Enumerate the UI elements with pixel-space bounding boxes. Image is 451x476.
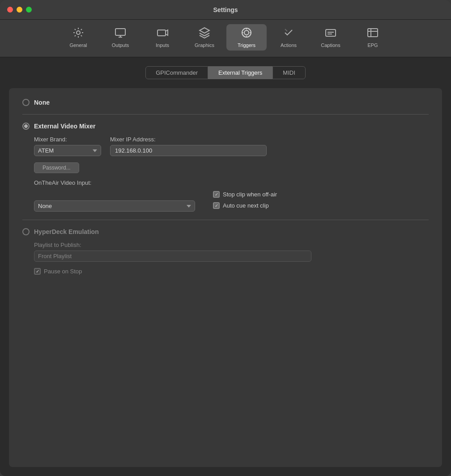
none-label: None xyxy=(34,99,50,106)
actions-label: Actions xyxy=(281,42,297,48)
svg-point-0 xyxy=(77,31,80,34)
pause-on-stop-checkbox[interactable] xyxy=(34,268,41,275)
svg-rect-8 xyxy=(368,29,378,37)
pause-on-stop-row: Pause on Stop xyxy=(34,268,429,275)
camera-icon xyxy=(157,27,168,40)
close-button[interactable] xyxy=(7,7,13,13)
layers-icon xyxy=(199,27,210,40)
playlist-select[interactable]: Front Playlist xyxy=(34,251,311,262)
content-area: GPICommander External Triggers MIDI None… xyxy=(0,57,451,476)
minimize-button[interactable] xyxy=(17,7,22,13)
playlist-label: Playlist to Publish: xyxy=(34,242,429,248)
ontheair-row: OnTheAir Video Input: None Stop clip xyxy=(34,179,429,212)
triggers-label: Triggers xyxy=(238,42,255,48)
tab-gpicommander[interactable]: GPICommander xyxy=(145,66,208,79)
tab-midi[interactable]: MIDI xyxy=(272,66,305,79)
ontheair-select[interactable]: None xyxy=(34,200,195,212)
tab-bar: GPICommander External Triggers MIDI xyxy=(9,66,442,79)
tab-outputs[interactable]: Outputs xyxy=(100,24,140,51)
brand-ip-row: Mixer Brand: ATEM Mixer IP Address: xyxy=(34,136,429,156)
none-option-row: None xyxy=(22,99,429,106)
tab-external-triggers[interactable]: External Triggers xyxy=(208,66,272,79)
tab-general[interactable]: General xyxy=(58,24,98,51)
monitor-icon xyxy=(115,27,126,40)
stop-clip-label: Stop clip when off-air xyxy=(223,191,277,198)
external-mixer-label: External Video Mixer xyxy=(34,123,95,130)
general-label: General xyxy=(69,42,87,48)
mixer-brand-group: Mixer Brand: ATEM xyxy=(34,136,101,156)
stop-clip-row: Stop clip when off-air xyxy=(213,191,277,198)
external-mixer-option-row: External Video Mixer xyxy=(22,123,429,130)
tab-triggers[interactable]: Triggers xyxy=(226,24,267,51)
tab-actions[interactable]: Actions xyxy=(268,24,309,51)
graphics-label: Graphics xyxy=(195,42,214,48)
divider-1 xyxy=(22,114,429,115)
ontheair-select-wrapper: None xyxy=(34,200,195,212)
settings-panel: None External Video Mixer Mixer Brand: A… xyxy=(9,88,442,467)
auto-cue-checkbox[interactable] xyxy=(213,202,220,209)
mixer-ip-group: Mixer IP Address: xyxy=(110,136,267,156)
svg-rect-1 xyxy=(115,29,125,35)
divider-2 xyxy=(22,220,429,220)
auto-cue-row: Auto cue next clip xyxy=(213,202,277,209)
password-button[interactable]: Password... xyxy=(34,162,79,173)
svg-rect-5 xyxy=(326,30,336,36)
traffic-lights xyxy=(7,7,32,13)
svg-point-4 xyxy=(244,30,249,35)
ontheair-inline: None Stop clip when off-air xyxy=(34,188,277,212)
triggers-icon xyxy=(241,27,252,40)
tab-captions[interactable]: Captions xyxy=(311,24,351,51)
settings-window: Settings General Outputs xyxy=(0,0,451,476)
auto-cue-label: Auto cue next clip xyxy=(223,202,269,209)
hyperdeck-radio[interactable] xyxy=(22,228,30,235)
password-row: Password... xyxy=(34,162,429,173)
external-mixer-radio[interactable] xyxy=(22,123,30,130)
tab-graphics[interactable]: Graphics xyxy=(184,24,225,51)
ontheair-label: OnTheAir Video Input: xyxy=(34,179,277,186)
maximize-button[interactable] xyxy=(26,7,32,13)
svg-rect-2 xyxy=(157,30,166,36)
playlist-group: Playlist to Publish: Front Playlist xyxy=(34,242,429,262)
checkboxes-group: Stop clip when off-air Auto cue next cli… xyxy=(213,188,277,212)
mixer-brand-label: Mixer Brand: xyxy=(34,136,101,143)
tab-inputs[interactable]: Inputs xyxy=(142,24,183,51)
pause-on-stop-label: Pause on Stop xyxy=(44,268,82,275)
password-group: Password... xyxy=(34,162,79,173)
captions-label: Captions xyxy=(321,42,340,48)
hyperdeck-label: HyperDeck Emulation xyxy=(34,228,99,235)
titlebar: Settings xyxy=(0,0,451,20)
epg-icon xyxy=(367,27,379,40)
ontheair-group: OnTheAir Video Input: None Stop clip xyxy=(34,179,277,212)
hyperdeck-option-row: HyperDeck Emulation xyxy=(22,228,429,235)
gear-icon xyxy=(72,27,84,40)
stop-clip-checkbox[interactable] xyxy=(213,191,220,198)
actions-icon xyxy=(283,27,294,40)
mixer-brand-select[interactable]: ATEM xyxy=(34,145,101,156)
tab-epg[interactable]: EPG xyxy=(353,24,393,51)
epg-label: EPG xyxy=(367,42,378,48)
toolbar: General Outputs Inputs xyxy=(0,20,451,57)
none-radio[interactable] xyxy=(22,99,30,106)
captions-icon xyxy=(325,27,336,40)
mixer-form-section: Mixer Brand: ATEM Mixer IP Address: Pass… xyxy=(34,136,429,212)
hyperdeck-form-section: Playlist to Publish: Front Playlist Paus… xyxy=(34,242,429,275)
mixer-ip-input[interactable] xyxy=(110,145,267,156)
outputs-label: Outputs xyxy=(112,42,129,48)
window-title: Settings xyxy=(213,6,238,13)
mixer-ip-label: Mixer IP Address: xyxy=(110,136,267,143)
inputs-label: Inputs xyxy=(156,42,169,48)
